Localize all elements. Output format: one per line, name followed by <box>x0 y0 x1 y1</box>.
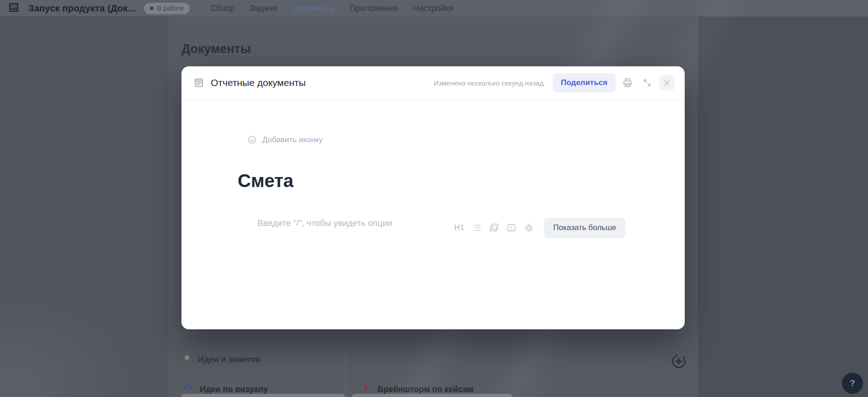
document-modal: Отчетные документы Изменено несколько се… <box>181 66 685 329</box>
add-icon-button[interactable]: Добавить иконку <box>247 135 323 145</box>
tab-apps[interactable]: Приложения <box>350 4 398 13</box>
close-icon[interactable] <box>659 75 675 91</box>
show-more-button[interactable]: Показать больше <box>544 218 625 238</box>
modal-header: Отчетные документы Изменено несколько се… <box>181 66 685 100</box>
lightbulb-icon <box>182 354 192 365</box>
document-title-input[interactable]: Смета <box>238 169 293 192</box>
modal-header-actions: Изменено несколько секунд назад Поделить… <box>434 73 675 92</box>
sticker-icon[interactable] <box>524 223 534 233</box>
bulleted-list-icon[interactable] <box>472 223 482 233</box>
tab-documents[interactable]: Документы <box>292 4 335 13</box>
app-screen: Запуск продукта (Док... В работе Обзор З… <box>0 0 868 397</box>
section-ideas-notes: Идеи и заметки <box>182 354 261 365</box>
expand-button[interactable] <box>639 75 655 91</box>
share-button[interactable]: Поделиться <box>553 73 616 92</box>
page-title: Документы <box>181 42 251 56</box>
doc-card-title: Брейншторм по кейсам <box>378 385 474 394</box>
tab-settings[interactable]: Настройки <box>413 4 453 13</box>
project-topbar: Запуск продукта (Док... В работе Обзор З… <box>0 0 868 16</box>
card-edge <box>352 394 512 397</box>
column-divider <box>345 335 345 397</box>
card-edge <box>181 394 345 397</box>
project-tabs: Обзор Задачи Документы Приложения Настро… <box>211 4 453 13</box>
print-button[interactable] <box>620 75 635 91</box>
background-card-divider <box>181 333 685 333</box>
smiley-face-icon <box>247 135 257 145</box>
doc-card-title: Идеи по визуалу <box>200 385 268 394</box>
status-badge-label: В работе <box>157 5 184 12</box>
editor-body-placeholder[interactable]: Введите "/", чтобы увидеть опции <box>257 218 392 229</box>
editor-quick-toolbar: H1 <box>454 217 625 238</box>
column-divider <box>512 335 512 397</box>
page-right-shade <box>698 16 868 397</box>
image-icon[interactable] <box>489 223 499 233</box>
project-title[interactable]: Запуск продукта (Док... <box>28 3 136 14</box>
video-icon[interactable] <box>506 223 517 233</box>
section-title: Идеи и заметки <box>198 355 261 365</box>
add-document-button[interactable] <box>670 353 687 370</box>
notepad-icon <box>193 77 204 88</box>
status-badge[interactable]: В работе <box>144 3 190 14</box>
help-button[interactable]: ? <box>842 373 863 394</box>
laptop-icon <box>6 1 21 15</box>
status-dot-icon <box>150 6 154 10</box>
tab-tasks[interactable]: Задачи <box>250 4 277 13</box>
tab-overview[interactable]: Обзор <box>211 4 234 13</box>
add-icon-label: Добавить иконку <box>262 135 323 145</box>
modal-title: Отчетные документы <box>211 77 306 88</box>
modified-status: Изменено несколько секунд назад <box>434 79 543 87</box>
heading1-button[interactable]: H1 <box>454 223 465 232</box>
